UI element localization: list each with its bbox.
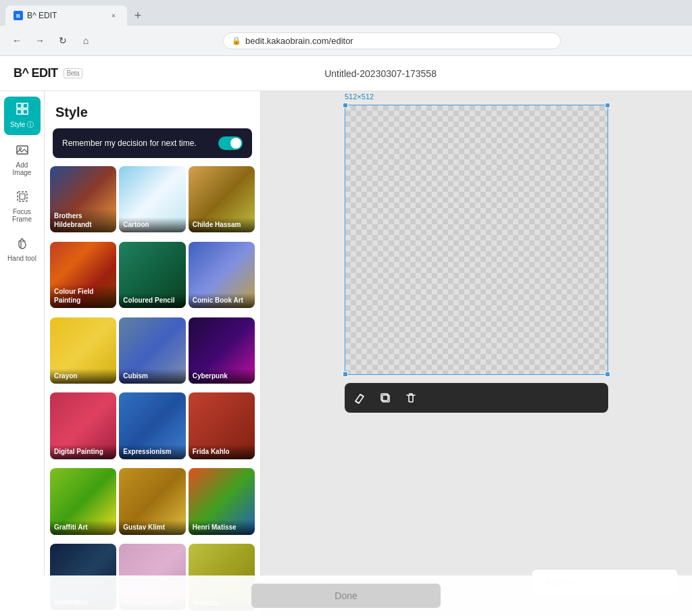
style-item-cubism[interactable]: Cubism <box>119 317 185 384</box>
remember-toggle[interactable] <box>218 136 243 150</box>
address-bar: ← → ↻ ⌂ 🔒 bedit.kakaobrain.com/editor <box>0 26 692 55</box>
style-item-colour-field[interactable]: Colour Field Painting <box>50 242 116 308</box>
home-button[interactable]: ⌂ <box>77 32 95 49</box>
style-label-cubism: Cubism <box>119 369 185 384</box>
app-header: B^ EDIT Beta Untitled-20230307-173558 <box>0 56 692 91</box>
style-label-expressionism: Expressionism <box>119 444 185 459</box>
logo-edit: EDIT <box>32 66 58 80</box>
eraser-tool-button[interactable] <box>347 386 372 410</box>
svg-rect-0 <box>17 103 22 108</box>
style-label-comic-book: Comic Book Art <box>189 293 255 308</box>
style-item-crayon[interactable]: Crayon <box>50 317 116 384</box>
style-label-graffiti: Graffiti Art <box>50 520 116 535</box>
svg-rect-6 <box>18 192 27 201</box>
style-item-klimt[interactable]: Gustav Klimt <box>119 468 185 534</box>
style-label-colour-field: Colour Field Painting <box>50 284 116 308</box>
lock-icon: 🔒 <box>232 36 241 45</box>
style-label-brothers: Brothers Hildebrandt <box>50 209 116 232</box>
sidebar-item-hand-tool[interactable]: Hand tool <box>4 231 41 267</box>
browser-chrome: B B^ EDIT × + ← → ↻ ⌂ 🔒 bedit.kakaobrain… <box>0 0 692 56</box>
tab-close-button[interactable]: × <box>108 10 119 21</box>
beta-badge: Beta <box>64 68 83 78</box>
style-item-brothers[interactable]: Brothers Hildebrandt <box>50 166 116 232</box>
tab-label: B^ EDIT <box>27 11 57 20</box>
sidebar-label-hand-tool: Hand tool <box>7 255 36 262</box>
sidebar-item-style[interactable]: Style ⓘ <box>4 97 41 135</box>
style-label-crayon: Crayon <box>50 369 116 384</box>
done-button[interactable]: Done <box>251 584 261 608</box>
url-bar[interactable]: 🔒 bedit.kakaobrain.com/editor <box>223 32 561 49</box>
sidebar: Style ⓘ Add Image Focus Frame <box>0 91 45 616</box>
style-label-coloured-pencil: Coloured Pencil <box>119 293 185 308</box>
style-item-matisse[interactable]: Henri Matisse <box>189 468 255 534</box>
style-item-cyberpunk[interactable]: Cyberpunk <box>189 317 255 384</box>
active-tab[interactable]: B B^ EDIT × <box>5 5 127 26</box>
canvas-box[interactable] <box>345 105 608 375</box>
svg-rect-4 <box>17 146 28 154</box>
new-tab-button[interactable]: + <box>130 7 146 24</box>
style-item-childe[interactable]: Childe Hassam <box>189 166 255 232</box>
app-logo: B^ EDIT Beta <box>14 66 82 80</box>
tab-bar: B B^ EDIT × + <box>0 0 692 26</box>
style-label-klimt: Gustav Klimt <box>119 520 185 535</box>
duplicate-tool-button[interactable] <box>373 386 397 410</box>
style-panel: Style Remember my decision for next time… <box>45 91 261 616</box>
panel-title: Style <box>45 91 260 128</box>
style-label-cyberpunk: Cyberpunk <box>189 369 255 384</box>
style-item-expressionism[interactable]: Expressionism <box>119 392 185 459</box>
style-item-frida[interactable]: Frida Kahlo <box>189 392 255 459</box>
doc-title[interactable]: Untitled-20230307-173558 <box>324 68 437 79</box>
svg-rect-3 <box>23 109 28 114</box>
style-item-graffiti[interactable]: Graffiti Art <box>50 468 116 534</box>
done-overlay: Done <box>45 575 261 616</box>
back-button[interactable]: ← <box>8 32 26 49</box>
svg-point-5 <box>19 148 21 150</box>
tab-favicon: B <box>14 11 23 20</box>
sidebar-label-add-image: Add Image <box>7 161 38 176</box>
canvas-handle-br[interactable] <box>605 371 610 377</box>
add-image-icon <box>16 143 29 159</box>
reload-button[interactable]: ↻ <box>54 32 72 49</box>
style-icon <box>16 102 29 118</box>
canvas-handle-tr[interactable] <box>605 103 610 108</box>
sidebar-label-focus-frame: Focus Frame <box>7 208 38 223</box>
canvas-handle-tl[interactable] <box>343 103 348 108</box>
style-label-cartoon: Cartoon <box>119 217 185 232</box>
canvas-area: 512×512 <box>261 91 692 616</box>
remember-text: Remember my decision for next time. <box>62 138 197 148</box>
sidebar-label-style: Style ⓘ <box>10 120 34 130</box>
canvas-handle-bl[interactable] <box>343 371 348 377</box>
delete-tool-button[interactable] <box>399 386 423 410</box>
style-grid: Brothers Hildebrandt Cartoon Childe Hass… <box>45 166 260 616</box>
sidebar-item-focus-frame[interactable]: Focus Frame <box>4 184 41 228</box>
style-label-frida: Frida Kahlo <box>189 444 255 459</box>
style-item-cartoon[interactable]: Cartoon <box>119 166 185 232</box>
sidebar-item-add-image[interactable]: Add Image <box>4 138 41 182</box>
focus-frame-icon <box>16 190 29 205</box>
style-label-childe: Childe Hassam <box>189 217 255 232</box>
hand-tool-icon <box>16 236 29 252</box>
svg-rect-2 <box>17 109 22 114</box>
remember-bar: Remember my decision for next time. <box>53 128 252 158</box>
forward-button[interactable]: → <box>31 32 49 49</box>
style-item-comic-book[interactable]: Comic Book Art <box>189 242 255 308</box>
style-item-digital[interactable]: Digital Painting <box>50 392 116 459</box>
style-label-matisse: Henri Matisse <box>189 520 255 535</box>
style-label-digital: Digital Painting <box>50 444 116 459</box>
main-layout: Style ⓘ Add Image Focus Frame <box>0 91 692 616</box>
canvas-wrapper: 512×512 <box>345 105 608 413</box>
svg-rect-7 <box>20 194 25 199</box>
url-text: bedit.kakaobrain.com/editor <box>245 36 353 46</box>
logo-b: B^ <box>14 66 29 80</box>
style-item-coloured-pencil[interactable]: Coloured Pencil <box>119 242 185 308</box>
svg-rect-1 <box>23 103 28 108</box>
canvas-size-label: 512×512 <box>345 93 374 101</box>
canvas-toolbar <box>345 383 608 413</box>
